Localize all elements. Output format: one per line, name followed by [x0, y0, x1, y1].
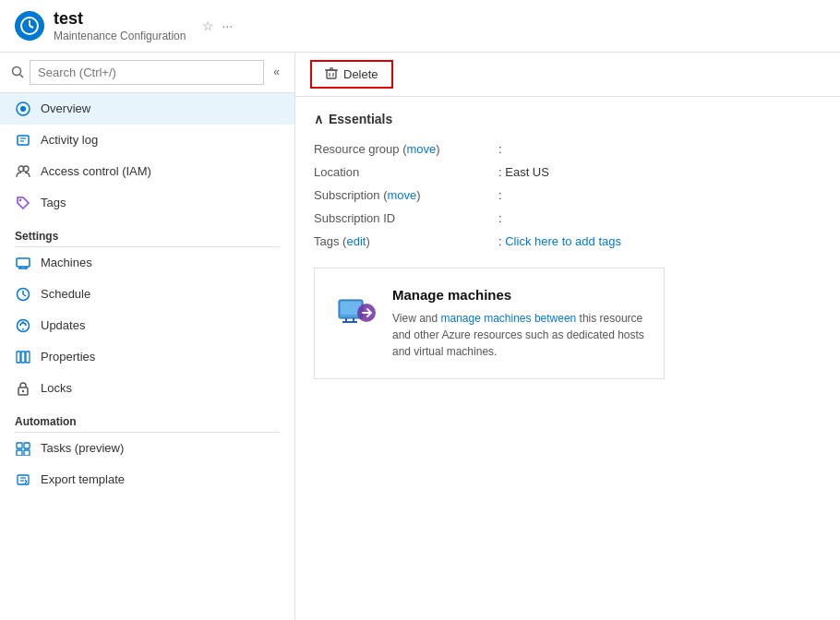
- subscription-move-link[interactable]: move: [388, 188, 417, 202]
- manage-machines-title: Manage machines: [392, 287, 645, 303]
- automation-section-label: Automation: [0, 404, 294, 432]
- location-label: Location: [314, 161, 498, 184]
- location-value: East US: [498, 161, 822, 184]
- svg-rect-21: [17, 352, 20, 363]
- top-header: test Maintenance Configuration ☆ ···: [0, 0, 840, 53]
- delete-button[interactable]: Delete: [310, 60, 393, 89]
- sidebar-item-machines[interactable]: Machines: [0, 247, 294, 279]
- header-actions: ☆ ···: [202, 18, 233, 33]
- svg-point-3: [13, 67, 21, 76]
- settings-section-label: Settings: [0, 219, 294, 246]
- search-bar: «: [0, 53, 294, 93]
- svg-point-12: [19, 198, 21, 200]
- overview-icon: [15, 101, 31, 117]
- export-icon: [15, 471, 31, 488]
- collapse-button[interactable]: «: [270, 62, 283, 82]
- resource-group-move-link[interactable]: move: [406, 142, 436, 156]
- access-control-icon: [15, 163, 31, 180]
- svg-rect-27: [24, 443, 30, 448]
- cards-section: Manage machines View and manage machines…: [295, 268, 840, 398]
- essentials-title: Essentials: [329, 112, 392, 126]
- sidebar-item-locks-label: Locks: [41, 381, 72, 395]
- delete-icon: [325, 67, 338, 80]
- sidebar-item-updates[interactable]: Updates: [0, 310, 294, 341]
- sidebar-item-activity-log[interactable]: Activity log: [0, 125, 294, 156]
- sidebar-item-tags[interactable]: Tags: [0, 187, 294, 219]
- updates-icon: [15, 317, 31, 334]
- subscription-value: [498, 184, 822, 207]
- svg-rect-13: [17, 258, 30, 267]
- sidebar-item-schedule-label: Schedule: [41, 287, 90, 301]
- tags-value: Click here to add tags: [498, 230, 822, 253]
- manage-machines-icon-area: [333, 287, 378, 331]
- header-text: test Maintenance Configuration: [54, 9, 186, 42]
- sidebar-item-overview[interactable]: Overview: [0, 93, 294, 125]
- subscription-label: Subscription (move): [314, 184, 498, 207]
- svg-rect-23: [26, 352, 30, 363]
- machines-icon: [15, 255, 31, 271]
- svg-rect-30: [18, 475, 29, 484]
- manage-machines-icon: [333, 287, 378, 331]
- svg-point-6: [20, 106, 26, 112]
- svg-rect-33: [327, 70, 336, 78]
- more-options-icon[interactable]: ···: [222, 18, 233, 33]
- sidebar-item-tags-label: Tags: [41, 196, 66, 209]
- svg-line-4: [20, 75, 24, 78]
- tags-label: Tags (edit): [314, 230, 498, 253]
- sidebar-item-properties[interactable]: Properties: [0, 341, 294, 373]
- essentials-grid: Resource group (move) Location East US S…: [314, 137, 822, 253]
- sidebar-item-activity-log-label: Activity log: [41, 133, 98, 147]
- sidebar-item-access-control-label: Access control (IAM): [41, 164, 151, 178]
- sidebar-item-export[interactable]: Export template: [0, 464, 294, 495]
- resource-group-label: Resource group (move): [314, 137, 498, 161]
- resource-subtitle: Maintenance Configuration: [54, 30, 186, 42]
- favorite-icon[interactable]: ☆: [202, 18, 214, 33]
- subscription-id-label: Subscription ID: [314, 207, 498, 230]
- tags-icon: [15, 195, 31, 211]
- toolbar: Delete: [295, 53, 840, 97]
- resource-title: test: [54, 9, 186, 30]
- essentials-header: ∧ Essentials: [314, 112, 822, 126]
- sidebar-item-updates-label: Updates: [41, 318, 85, 332]
- resource-icon: [15, 11, 44, 41]
- tags-edit-link[interactable]: edit: [346, 234, 366, 248]
- sidebar-item-tasks-label: Tasks (preview): [41, 441, 124, 455]
- svg-line-2: [30, 26, 33, 28]
- sidebar-item-machines-label: Machines: [41, 256, 92, 269]
- svg-rect-29: [24, 450, 30, 456]
- subscription-id-value: [498, 207, 822, 230]
- svg-rect-22: [21, 352, 25, 363]
- locks-icon: [15, 380, 31, 397]
- search-input[interactable]: [30, 60, 264, 85]
- content-area: Delete ∧ Essentials Resource group (move…: [295, 53, 840, 620]
- sidebar-item-access-control[interactable]: Access control (IAM): [0, 156, 294, 187]
- schedule-icon: [15, 286, 31, 303]
- main-layout: « Overview Activity log: [0, 53, 840, 620]
- svg-point-25: [22, 389, 24, 391]
- sidebar: « Overview Activity log: [0, 53, 295, 620]
- manage-machines-content: Manage machines View and manage machines…: [392, 287, 645, 360]
- search-icon: [11, 66, 24, 78]
- sidebar-item-export-label: Export template: [41, 472, 125, 486]
- sidebar-item-locks[interactable]: Locks: [0, 373, 294, 404]
- manage-machines-card[interactable]: Manage machines View and manage machines…: [314, 268, 665, 379]
- tasks-icon: [15, 440, 31, 457]
- svg-rect-7: [18, 136, 29, 145]
- activity-log-icon: [15, 132, 31, 149]
- sidebar-item-properties-label: Properties: [41, 350, 95, 364]
- resource-group-value: [498, 137, 822, 161]
- sidebar-item-overview-label: Overview: [41, 101, 90, 115]
- svg-line-19: [23, 294, 26, 296]
- sidebar-item-tasks[interactable]: Tasks (preview): [0, 433, 294, 464]
- sidebar-item-schedule[interactable]: Schedule: [0, 279, 294, 310]
- properties-icon: [15, 349, 31, 365]
- essentials-section: ∧ Essentials Resource group (move) Locat…: [295, 97, 840, 268]
- svg-rect-26: [17, 443, 22, 448]
- svg-rect-28: [17, 450, 22, 456]
- manage-machines-description: View and manage machines between this re…: [392, 310, 645, 360]
- essentials-chevron[interactable]: ∧: [314, 112, 323, 126]
- add-tags-link[interactable]: Click here to add tags: [505, 234, 621, 248]
